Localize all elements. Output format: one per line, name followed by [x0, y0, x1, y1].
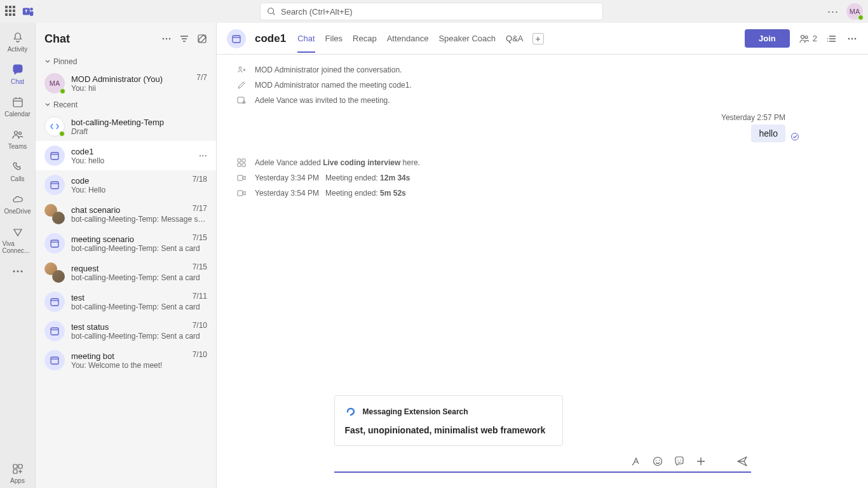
format-icon[interactable] — [630, 456, 642, 467]
system-message: MOD Administrator joined the conversatio… — [217, 62, 868, 78]
header-more-icon[interactable] — [846, 33, 858, 44]
chat-item-date: 7/15 — [193, 233, 207, 242]
avatar — [44, 321, 65, 341]
tab-q&a[interactable]: Q&A — [506, 25, 523, 53]
chat-list-item[interactable]: chat scenariobot-calling-Meeting-Temp: M… — [36, 200, 216, 229]
chat-list-item[interactable]: codeYou: Hello7/18 — [36, 170, 216, 200]
reaction-icon[interactable] — [674, 456, 685, 467]
card-header-text: Messaging Extension Search — [363, 407, 468, 416]
svg-point-40 — [851, 37, 853, 39]
chat-item-title: test status — [71, 322, 207, 332]
svg-rect-28 — [51, 328, 58, 335]
viva-icon — [11, 225, 25, 239]
calendar-icon — [11, 95, 25, 109]
svg-point-18 — [169, 38, 170, 39]
chat-item-subtitle: bot-calling-Meeting-Temp: Sent a card — [71, 273, 207, 282]
tab-files[interactable]: Files — [325, 25, 342, 53]
chat-more-icon[interactable] — [161, 34, 172, 44]
rail-activity[interactable]: Activity — [3, 27, 33, 57]
app-launcher-icon[interactable] — [5, 6, 17, 17]
chat-item-subtitle: You: hii — [71, 84, 207, 93]
titlebar: Search (Ctrl+Alt+E) ··· MA — [0, 0, 868, 23]
svg-point-39 — [848, 37, 850, 39]
emoji-icon[interactable] — [652, 456, 663, 467]
video-icon — [236, 172, 247, 184]
send-icon[interactable] — [736, 455, 749, 468]
people-icon — [799, 33, 810, 44]
message-text: hello — [759, 128, 778, 139]
tab-attendance[interactable]: Attendance — [387, 25, 429, 53]
read-receipt-icon — [790, 132, 799, 141]
chat-list-item[interactable]: code1You: hello··· — [36, 141, 216, 170]
rail-viva[interactable]: Viva Connec... — [3, 221, 33, 258]
chat-item-subtitle: Draft — [71, 127, 207, 136]
chat-item-title: meeting bot — [71, 351, 207, 361]
svg-point-35 — [805, 36, 808, 38]
rail-more[interactable] — [3, 261, 33, 282]
teams-logo-icon — [22, 4, 36, 18]
recent-section-header[interactable]: Recent — [36, 98, 216, 112]
svg-rect-49 — [242, 163, 245, 166]
app-rail: Activity Chat Calendar Teams Calls OneDr… — [0, 23, 36, 488]
svg-point-54 — [658, 460, 660, 461]
avatar — [44, 175, 65, 195]
card-preview[interactable]: Messaging Extension Search Fast, unopini… — [334, 395, 563, 446]
chat-list-item[interactable]: requestbot-calling-Meeting-Temp: Sent a … — [36, 258, 216, 287]
rail-apps[interactable]: Apps — [3, 458, 33, 488]
svg-point-12 — [20, 271, 22, 273]
chat-item-title: request — [71, 264, 207, 273]
pinned-section-header[interactable]: Pinned — [36, 55, 216, 69]
svg-rect-22 — [51, 182, 58, 189]
plus-icon[interactable] — [695, 456, 707, 467]
chat-item-date: 7/17 — [193, 204, 207, 213]
svg-rect-32 — [233, 36, 240, 43]
svg-rect-30 — [51, 357, 58, 364]
chat-list-item[interactable]: test statusbot-calling-Meeting-Temp: Sen… — [36, 316, 216, 346]
svg-rect-50 — [238, 175, 243, 180]
list-icon[interactable] — [826, 33, 837, 44]
rail-teams[interactable]: Teams — [3, 124, 33, 154]
apps-icon — [11, 462, 25, 476]
svg-point-52 — [653, 458, 661, 466]
chat-list-item[interactable]: meeting botYou: Welcome to the meet!7/10 — [36, 346, 216, 375]
svg-point-2 — [268, 8, 274, 14]
more-button[interactable]: ··· — [827, 5, 839, 18]
chat-item-title: bot-calling-Meeting-Temp — [71, 118, 207, 127]
cloud-icon — [11, 193, 25, 207]
chat-list-item[interactable]: bot-calling-Meeting-TempDraft — [36, 112, 216, 141]
tab-chat[interactable]: Chat — [297, 25, 315, 53]
rail-onedrive[interactable]: OneDrive — [3, 189, 33, 219]
chat-item-subtitle: You: Welcome to the meet! — [71, 361, 207, 370]
new-chat-icon[interactable] — [197, 34, 207, 44]
chat-item-more[interactable]: ··· — [199, 150, 207, 161]
bell-icon — [11, 30, 25, 44]
search-input[interactable]: Search (Ctrl+Alt+E) — [260, 3, 603, 20]
chat-item-date: 7/15 — [193, 262, 207, 271]
chat-list-item[interactable]: MAMOD Administrator (You)You: hii7/7 — [36, 69, 216, 98]
filter-icon[interactable] — [179, 34, 189, 44]
participants-button[interactable]: 2 — [799, 33, 817, 44]
chat-item-date: 7/10 — [193, 350, 207, 359]
tab-recap[interactable]: Recap — [353, 25, 377, 53]
avatar — [44, 350, 65, 370]
edit-icon — [236, 79, 247, 91]
rail-calendar[interactable]: Calendar — [3, 92, 33, 121]
avatar — [44, 292, 65, 312]
conversation-title: code1 — [255, 32, 286, 45]
svg-rect-14 — [18, 464, 22, 468]
chat-list-item[interactable]: testbot-calling-Meeting-Temp: Sent a car… — [36, 287, 216, 316]
rail-calls[interactable]: Calls — [3, 156, 33, 186]
avatar: MA — [44, 73, 65, 93]
chat-item-title: MOD Administrator (You) — [71, 74, 207, 84]
search-placeholder: Search (Ctrl+Alt+E) — [281, 7, 353, 17]
chat-list-item[interactable]: meeting scenariobot-calling-Meeting-Temp… — [36, 229, 216, 258]
svg-point-17 — [166, 38, 167, 39]
rail-chat[interactable]: Chat — [3, 59, 33, 89]
chat-item-date: 7/10 — [193, 321, 207, 330]
user-avatar[interactable]: MA — [846, 3, 863, 20]
chat-item-title: test — [71, 293, 207, 302]
add-tab-button[interactable]: + — [532, 33, 544, 44]
join-button[interactable]: Join — [745, 29, 790, 48]
tab-speaker-coach[interactable]: Speaker Coach — [438, 25, 496, 53]
svg-rect-20 — [51, 152, 58, 159]
